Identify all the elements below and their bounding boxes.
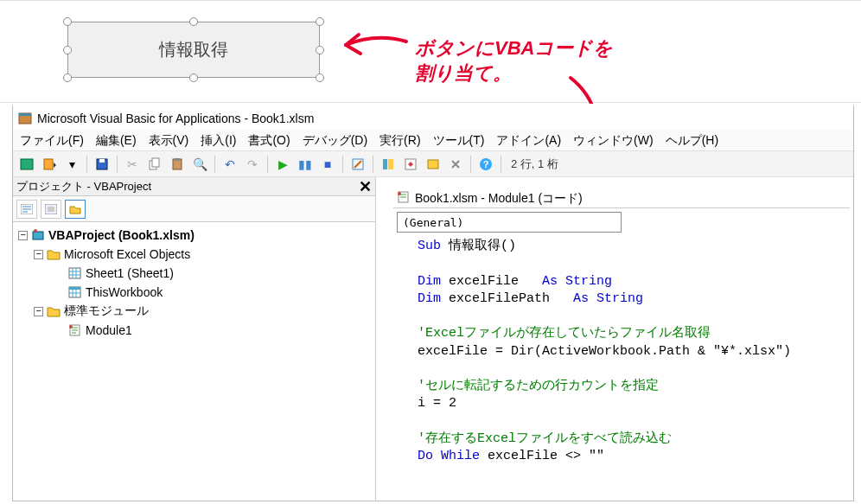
tree-module1[interactable]: Module1 [68,321,370,340]
code-text: 情報取得() [441,239,516,253]
reset-button[interactable]: ■ [317,154,338,175]
design-mode-button[interactable] [348,154,368,175]
find-button[interactable]: 🔍 [189,154,210,175]
tree-std-modules-label: 標準モジュール [64,303,149,319]
code-string: "" [589,449,604,463]
insert-dropdown-button[interactable] [39,154,60,175]
svg-rect-7 [152,158,159,167]
menu-run[interactable]: 実行(R) [379,133,420,149]
code-keyword: As String [573,291,643,306]
tree-root-vbaproject[interactable]: − VBAProject (Book1.xlsm) [18,226,370,245]
view-object-button[interactable] [41,200,61,219]
code-keyword: As String [542,274,612,289]
vba-titlebar: Microsoft Visual Basic for Applications … [13,106,853,131]
vba-app-icon [18,112,32,125]
menu-insert[interactable]: 挿入(I) [201,133,236,149]
svg-rect-3 [44,159,53,169]
module-icon [397,191,411,206]
svg-rect-1 [19,113,31,116]
excel-macro-button-selection[interactable]: 情報取得 [67,22,320,78]
cursor-position-status: 2 行, 1 桁 [511,156,558,172]
toggle-folders-button[interactable] [65,200,86,219]
code-text: excelFile = Dir(ActiveWorkbook.Path & [418,344,713,359]
resize-handle-top-left[interactable] [63,17,72,26]
resize-handle-bottom-left[interactable] [63,73,72,82]
resize-handle-bottom-right[interactable] [316,73,324,82]
menu-help[interactable]: ヘルプ(H) [666,133,718,149]
menu-tools[interactable]: ツール(T) [433,133,485,149]
menu-format[interactable]: 書式(O) [248,133,290,149]
menu-window[interactable]: ウィンドウ(W) [573,133,654,149]
code-keyword: Do While [418,449,480,463]
code-window-title: Book1.xlsm - Module1 (コード) [415,191,583,207]
code-text: excelFilePath [441,291,573,306]
project-explorer-pane: プロジェクト - VBAProject ✕ − VBAProject (Book… [13,177,376,501]
object-browser-button[interactable] [423,154,443,175]
tree-root-label: VBAProject (Book1.xlsm) [48,228,195,242]
collapse-icon[interactable]: − [18,231,28,240]
collapse-icon[interactable]: − [34,307,43,316]
help-button[interactable]: ? [475,154,496,175]
dropdown-arrow[interactable]: ▾ [61,154,82,175]
excel-macro-button-label: 情報取得 [159,38,228,61]
tree-excel-objects-label: Microsoft Excel Objects [64,247,190,261]
svg-rect-24 [69,287,80,290]
collapse-icon[interactable]: − [34,250,43,259]
view-code-button[interactable] [16,200,37,219]
cut-button[interactable]: ✂ [122,154,143,175]
resize-handle-middle-left[interactable] [63,46,72,54]
code-keyword: Dim [418,291,441,306]
code-window: Book1.xlsm - Module1 (コード) (General) Sub… [376,177,853,501]
tree-sheet1[interactable]: Sheet1 (Sheet1) [68,264,370,283]
menu-view[interactable]: 表示(V) [149,133,189,149]
tree-std-modules[interactable]: − 標準モジュール [34,302,370,321]
paste-button[interactable] [167,154,188,175]
menu-file[interactable]: ファイル(F) [20,133,84,149]
view-excel-button[interactable] [16,154,37,175]
folder-icon [47,304,61,318]
code-text: ) [783,344,791,359]
svg-point-26 [69,325,73,329]
resize-handle-middle-right[interactable] [316,46,324,54]
svg-rect-14 [428,160,438,169]
tree-excel-objects[interactable]: − Microsoft Excel Objects [34,245,370,264]
folder-icon [47,247,61,261]
toolbox-button[interactable] [445,154,466,175]
object-combo[interactable]: (General) [397,212,622,233]
run-button[interactable]: ▶ [272,154,293,175]
annotation-line1: ボタンにVBAコードを [415,36,613,61]
excel-macro-button[interactable]: 情報取得 [67,22,320,78]
break-button[interactable]: ▮▮ [295,154,316,175]
object-combo-value: (General) [403,216,463,229]
svg-text:?: ? [483,159,489,169]
project-pane-title: プロジェクト - VBAProject [16,179,151,195]
resize-handle-bottom-center[interactable] [189,73,198,82]
code-comment: '存在するExcelファイルをすべて読み込む [418,431,672,446]
project-explorer-button[interactable] [378,154,399,175]
module-icon [68,323,82,337]
code-keyword: Dim [418,274,441,289]
vba-title-text: Microsoft Visual Basic for Applications … [37,112,314,125]
undo-button[interactable]: ↶ [220,154,240,175]
code-window-titlebar: Book1.xlsm - Module1 (コード) [393,189,850,208]
vba-editor-window: Microsoft Visual Basic for Applications … [12,104,854,501]
resize-handle-top-center[interactable] [189,17,198,26]
menu-addins[interactable]: アドイン(A) [496,133,561,149]
tree-module1-label: Module1 [86,323,132,337]
save-button[interactable] [92,154,112,175]
workbook-icon [68,285,82,299]
tree-thisworkbook[interactable]: ThisWorkbook [68,283,370,302]
code-string: "¥*.xlsx" [713,344,783,359]
resize-handle-top-right[interactable] [316,17,324,26]
redo-button[interactable]: ↷ [242,154,263,175]
menu-debug[interactable]: デバッグ(D) [303,133,367,149]
worksheet-icon [68,266,82,280]
tree-sheet1-label: Sheet1 (Sheet1) [86,266,174,280]
properties-button[interactable] [400,154,421,175]
project-pane-close-button[interactable]: ✕ [359,177,372,196]
project-icon [31,228,45,242]
code-editor[interactable]: Sub 情報取得() Dim excelFile As String Dim e… [393,233,853,501]
copy-button[interactable] [144,154,165,175]
menu-edit[interactable]: 編集(E) [96,133,137,149]
toolbar: ▾ ✂ 🔍 ↶ ↷ ▶ ▮▮ ■ ? 2 行, 1 桁 [13,151,853,177]
